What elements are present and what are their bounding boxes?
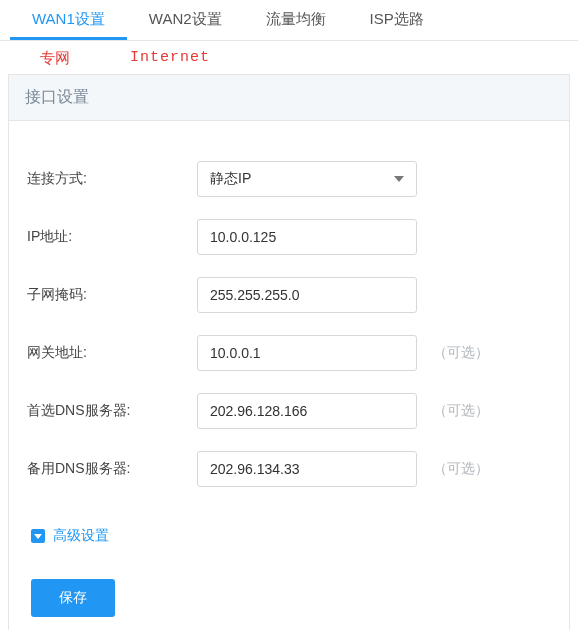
gateway-input[interactable] xyxy=(197,335,417,371)
main-tabs: WAN1设置 WAN2设置 流量均衡 ISP选路 xyxy=(0,0,578,41)
panel-title: 接口设置 xyxy=(9,75,569,121)
tab-wan1[interactable]: WAN1设置 xyxy=(10,0,127,40)
tab-balance[interactable]: 流量均衡 xyxy=(244,0,348,40)
chevron-down-icon xyxy=(394,176,404,182)
advanced-label: 高级设置 xyxy=(53,527,109,545)
interface-panel: 接口设置 连接方式: 静态IP IP地址: 子网掩码: 网关地址: （可选） 首… xyxy=(8,74,570,630)
dns2-label: 备用DNS服务器: xyxy=(27,460,197,478)
save-button[interactable]: 保存 xyxy=(31,579,115,617)
mask-label: 子网掩码: xyxy=(27,286,197,304)
gateway-optional: （可选） xyxy=(433,344,489,362)
connection-select[interactable]: 静态IP xyxy=(197,161,417,197)
mask-input[interactable] xyxy=(197,277,417,313)
gateway-label: 网关地址: xyxy=(27,344,197,362)
sub-tabs: 专网 Internet xyxy=(0,41,578,74)
ip-input[interactable] xyxy=(197,219,417,255)
advanced-toggle[interactable]: 高级设置 xyxy=(31,527,109,545)
dns2-optional: （可选） xyxy=(433,460,489,478)
dns1-optional: （可选） xyxy=(433,402,489,420)
expand-down-icon xyxy=(31,529,45,543)
interface-form: 连接方式: 静态IP IP地址: 子网掩码: 网关地址: （可选） 首选DNS服… xyxy=(9,121,569,630)
dns1-input[interactable] xyxy=(197,393,417,429)
subtab-private[interactable]: 专网 xyxy=(40,49,70,68)
ip-label: IP地址: xyxy=(27,228,197,246)
dns1-label: 首选DNS服务器: xyxy=(27,402,197,420)
dns2-input[interactable] xyxy=(197,451,417,487)
tab-wan2[interactable]: WAN2设置 xyxy=(127,0,244,40)
tab-isp[interactable]: ISP选路 xyxy=(348,0,446,40)
connection-label: 连接方式: xyxy=(27,170,197,188)
connection-value: 静态IP xyxy=(210,170,251,188)
subtab-internet[interactable]: Internet xyxy=(130,49,210,68)
